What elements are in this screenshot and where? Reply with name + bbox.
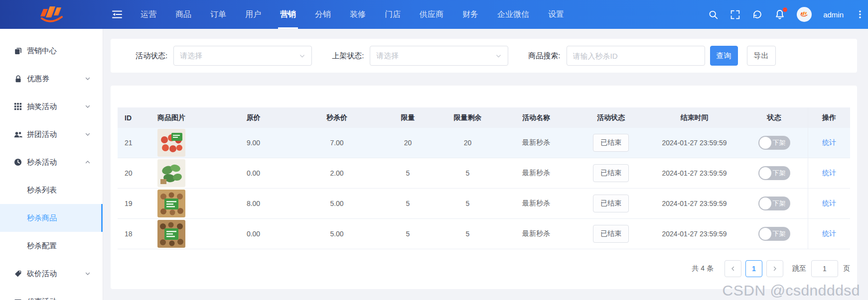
nav-item-orders[interactable]: 订单 bbox=[201, 0, 236, 29]
table-row: 21 9.00 7.00 20 20 最新秒杀 已结束 2024-01-27 2… bbox=[118, 128, 850, 158]
row-limit: 20 bbox=[379, 128, 436, 158]
switch-label: 下架 bbox=[773, 169, 786, 178]
row-id: 21 bbox=[118, 128, 147, 158]
pagination: 共 4 条 1 跳至 页 bbox=[118, 249, 850, 288]
sidebar: 营销中心 优惠券 抽奖活动 bbox=[0, 29, 103, 300]
sidebar-item-seckill[interactable]: 秒杀活动 bbox=[0, 148, 103, 176]
switch-knob bbox=[759, 198, 771, 209]
seckill-products-table-card: ID 商品图片 原价 秒杀价 限量 限量剩余 活动名称 活动状态 结束时间 状态… bbox=[111, 86, 857, 289]
prev-page-button[interactable] bbox=[724, 260, 741, 277]
sidebar-item-bargain[interactable]: 砍价活动 bbox=[0, 260, 103, 288]
row-remaining: 5 bbox=[436, 189, 499, 218]
search-icon[interactable] bbox=[708, 9, 719, 20]
col-header-original-price: 原价 bbox=[212, 107, 294, 128]
row-end-time: 2024-01-27 23:59:59 bbox=[648, 158, 740, 188]
row-limit: 5 bbox=[379, 158, 436, 188]
stats-link[interactable]: 统计 bbox=[822, 169, 836, 178]
pagination-total: 共 4 条 bbox=[692, 264, 714, 273]
switch-knob bbox=[759, 167, 771, 179]
switch-knob bbox=[759, 137, 771, 149]
chevron-down-icon bbox=[85, 103, 91, 109]
jump-page-input[interactable] bbox=[811, 260, 838, 277]
shelf-status-label: 上架状态: bbox=[332, 51, 364, 61]
sidebar-item-label: 拼团活动 bbox=[27, 130, 57, 139]
nav-item-finance[interactable]: 财务 bbox=[453, 0, 488, 29]
next-page-button[interactable] bbox=[766, 260, 783, 277]
col-header-activity-name: 活动名称 bbox=[499, 107, 574, 128]
chevron-down-icon bbox=[85, 76, 91, 82]
stats-link[interactable]: 统计 bbox=[822, 229, 836, 238]
sidebar-item-discount[interactable]: 优惠活动 bbox=[0, 288, 103, 300]
username-label[interactable]: admin bbox=[823, 10, 844, 19]
col-header-seckill-price: 秒杀价 bbox=[294, 107, 379, 128]
tag-icon bbox=[13, 270, 22, 278]
kebab-menu-icon[interactable] bbox=[856, 9, 864, 19]
nav-item-settings[interactable]: 设置 bbox=[539, 0, 574, 29]
bell-icon[interactable] bbox=[774, 9, 785, 20]
sidebar-subitem-label: 秒杀列表 bbox=[27, 186, 57, 195]
row-seckill-price: 5.00 bbox=[294, 189, 379, 218]
nav-item-users[interactable]: 用户 bbox=[236, 0, 271, 29]
stats-link[interactable]: 统计 bbox=[822, 138, 836, 147]
chevron-down-icon bbox=[85, 131, 91, 137]
row-end-time: 2024-01-27 23:59:59 bbox=[648, 189, 740, 218]
nav-item-decoration[interactable]: 装修 bbox=[340, 0, 375, 29]
page-unit-label: 页 bbox=[843, 264, 850, 273]
sidebar-item-label: 秒杀活动 bbox=[27, 158, 57, 167]
activity-status-select[interactable]: 请选择 bbox=[173, 46, 312, 66]
top-navbar: 运营 商品 订单 用户 营销 分销 装修 门店 供应商 财务 企业微信 设置 bbox=[0, 0, 868, 29]
table-row: 18 0.00 5.00 5 5 最新秒杀 已结束 2024-01-27 23:… bbox=[118, 219, 850, 249]
row-original-price: 8.00 bbox=[212, 189, 294, 218]
sidebar-item-label: 优惠券 bbox=[27, 74, 49, 84]
user-avatar[interactable] bbox=[797, 7, 812, 22]
col-header-remaining: 限量剩余 bbox=[436, 107, 499, 128]
col-header-limit: 限量 bbox=[379, 107, 436, 128]
sidebar-subitem-seckill-list[interactable]: 秒杀列表 bbox=[0, 176, 103, 204]
clock-icon bbox=[13, 158, 22, 166]
sidebar-subitem-seckill-products[interactable]: 秒杀商品 bbox=[0, 204, 103, 232]
nav-item-stores[interactable]: 门店 bbox=[375, 0, 410, 29]
status-switch[interactable]: 下架 bbox=[758, 166, 790, 180]
shelf-status-select[interactable]: 请选择 bbox=[370, 46, 508, 66]
row-end-time: 2024-01-27 23:59:59 bbox=[648, 219, 740, 249]
status-switch[interactable]: 下架 bbox=[758, 136, 790, 150]
sidebar-item-marketing-center[interactable]: 营销中心 bbox=[0, 37, 103, 65]
nav-item-suppliers[interactable]: 供应商 bbox=[410, 0, 453, 29]
nav-item-distribution[interactable]: 分销 bbox=[305, 0, 340, 29]
chevron-down-icon bbox=[299, 53, 305, 59]
switch-label: 下架 bbox=[773, 199, 786, 208]
sidebar-item-group-buy[interactable]: 拼团活动 bbox=[0, 120, 103, 148]
sidebar-item-lottery[interactable]: 抽奖活动 bbox=[0, 93, 103, 120]
switch-knob bbox=[759, 228, 771, 240]
export-button[interactable]: 导出 bbox=[747, 46, 776, 66]
status-switch[interactable]: 下架 bbox=[758, 227, 790, 241]
nav-item-operations[interactable]: 运营 bbox=[131, 0, 166, 29]
nav-item-wecom[interactable]: 企业微信 bbox=[488, 0, 539, 29]
row-limit: 5 bbox=[379, 189, 436, 218]
fullscreen-icon[interactable] bbox=[730, 9, 740, 20]
seckill-id-input[interactable] bbox=[567, 46, 705, 66]
status-badge: 已结束 bbox=[593, 225, 629, 243]
nav-item-marketing[interactable]: 营销 bbox=[271, 0, 305, 29]
sidebar-item-coupons[interactable]: 优惠券 bbox=[0, 65, 103, 93]
sidebar-item-label: 抽奖活动 bbox=[27, 102, 57, 111]
fold-sidebar-icon[interactable] bbox=[111, 8, 123, 20]
row-seckill-price: 2.00 bbox=[294, 158, 379, 188]
row-id: 18 bbox=[118, 219, 147, 249]
main-menu: 运营 商品 订单 用户 营销 分销 装修 门店 供应商 财务 企业微信 设置 bbox=[131, 0, 574, 29]
stats-link[interactable]: 统计 bbox=[822, 199, 836, 208]
row-seckill-price: 7.00 bbox=[294, 128, 379, 158]
status-switch[interactable]: 下架 bbox=[758, 197, 790, 210]
product-image bbox=[157, 159, 185, 187]
page-number-button[interactable]: 1 bbox=[745, 260, 762, 277]
sidebar-subitem-seckill-config[interactable]: 秒杀配置 bbox=[0, 232, 103, 260]
row-end-time: 2024-01-27 23:59:59 bbox=[648, 128, 740, 158]
nav-item-products[interactable]: 商品 bbox=[166, 0, 201, 29]
sidebar-subitem-label: 秒杀配置 bbox=[27, 241, 57, 251]
activity-status-label: 活动状态: bbox=[136, 51, 167, 61]
query-button[interactable]: 查询 bbox=[710, 46, 738, 66]
sidebar-item-label: 砍价活动 bbox=[27, 269, 57, 279]
product-image bbox=[157, 220, 185, 248]
refresh-icon[interactable] bbox=[752, 9, 763, 20]
status-badge: 已结束 bbox=[593, 195, 629, 212]
